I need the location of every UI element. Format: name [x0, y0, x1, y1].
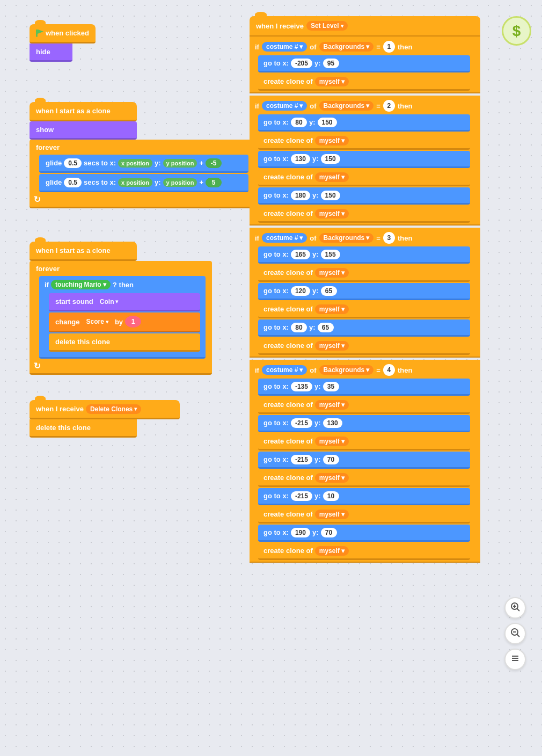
glide-xpos-1[interactable]: x position: [118, 159, 152, 168]
goto-y-label-1-1: y:: [314, 59, 321, 67]
glide-xpos-2[interactable]: x position: [118, 178, 152, 187]
costume-dropdown-1[interactable]: ▾: [299, 43, 303, 50]
costume-pill-1[interactable]: costume # ▾: [262, 42, 307, 52]
goto-block-1-1[interactable]: go to x: -205 y: 95: [258, 55, 470, 72]
show-block[interactable]: show: [30, 121, 137, 140]
equals-1: =: [376, 43, 380, 51]
score-dropdown[interactable]: Score: [82, 317, 113, 326]
receive-label: when I receive: [36, 405, 84, 413]
goto-x-2-3[interactable]: 180: [291, 191, 310, 200]
goto-y-2-2[interactable]: 150: [321, 154, 340, 164]
set-level-label: Set Level: [311, 22, 339, 30]
clone-hat-1[interactable]: when I start as a clone: [30, 102, 137, 121]
glide-block-2[interactable]: glide 0.5 secs to x: x position y: y pos…: [39, 174, 248, 192]
coin-dropdown[interactable]: Coin: [96, 297, 123, 307]
by-label: by: [115, 318, 123, 326]
zoom-in-button[interactable]: [504, 597, 526, 619]
condition-num-3: 3: [383, 232, 395, 244]
touching-pill[interactable]: touching Mario ▾: [51, 280, 111, 289]
glide-op-2: +: [199, 178, 203, 186]
touching-dropdown-arrow: ▾: [103, 281, 106, 288]
glide-ypos-2[interactable]: y position: [163, 178, 197, 187]
glide-val-2[interactable]: 5: [206, 178, 222, 187]
glide-block-1[interactable]: glide 0.5 secs to x: x position y: y pos…: [39, 155, 248, 173]
clone-block-2-3[interactable]: create clone of myself ▾: [258, 206, 470, 223]
delete-clone-block-2[interactable]: delete this clone: [30, 419, 137, 438]
goto-y-2-1[interactable]: 150: [318, 118, 337, 127]
clone-block-1-1[interactable]: create clone of myself ▾: [258, 74, 470, 91]
delete-clones-label: Delete Clones: [90, 405, 133, 413]
forever-block-2[interactable]: forever if touching Mario ▾ ? then: [30, 261, 212, 375]
condition-num-1: 1: [383, 41, 395, 53]
backgrounds-pill-3[interactable]: Backgrounds ▾: [319, 233, 374, 243]
glide-secs-2[interactable]: 0.5: [64, 178, 82, 187]
myself-pill-1-1[interactable]: myself ▾: [315, 77, 349, 86]
if-kw-1: if: [255, 43, 259, 51]
glide-val-1[interactable]: -5: [206, 158, 222, 168]
goto-block-2-3[interactable]: go to x: 180 y: 150: [258, 187, 470, 205]
backgrounds-dropdown-1[interactable]: ▾: [366, 43, 369, 50]
if-header-4: if costume # ▾ of Backgrounds ▾ = 4 then: [250, 361, 480, 379]
costume-pill-2[interactable]: costume # ▾: [262, 101, 307, 111]
glide-ypos-1[interactable]: y position: [163, 159, 197, 168]
backgrounds-pill-1[interactable]: Backgrounds ▾: [319, 42, 374, 52]
receive-hat[interactable]: when I receive Delete Clones: [30, 400, 180, 419]
backgrounds-pill-4[interactable]: Backgrounds ▾: [319, 365, 374, 375]
start-sound-block[interactable]: start sound Coin: [49, 293, 200, 311]
hide-label: hide: [36, 48, 50, 56]
then-kw-2: then: [398, 102, 412, 110]
equals-2: =: [376, 102, 380, 110]
if-header-1: if costume # ▾ of Backgrounds ▾ = 1 then: [250, 38, 480, 55]
forever-block-1[interactable]: forever glide 0.5 secs to x: x position …: [30, 140, 255, 208]
myself-pill-2-3[interactable]: myself ▾: [315, 209, 349, 219]
goto-x-1-1[interactable]: -205: [291, 59, 312, 68]
change-score-block[interactable]: change Score by 1: [49, 312, 200, 332]
zoom-out-icon: [510, 627, 521, 641]
goto-block-2-1[interactable]: go to x: 80 y: 150: [258, 114, 470, 132]
delete-clones-pill[interactable]: Delete Clones: [86, 404, 141, 414]
forever-inner-2: if touching Mario ▾ ? then start sound C…: [39, 276, 212, 359]
mario-dropdown[interactable]: Mario: [84, 281, 101, 288]
if-body-4: go to x: -135 y: 35 create clone of myse…: [258, 379, 480, 560]
glide-secs-text-2: secs to x:: [84, 178, 116, 186]
goto-x-2-2[interactable]: 130: [291, 154, 310, 164]
group1: when clicked hide: [30, 24, 96, 62]
costume-label-1: costume #: [266, 43, 298, 50]
clone-hat-2[interactable]: when I start as a clone: [30, 242, 137, 261]
forever-footer-1: ↺: [30, 192, 255, 207]
glide-op-1: +: [199, 159, 203, 167]
goto-y-1-1[interactable]: 95: [323, 59, 339, 68]
forever-footer-2: ↺: [30, 359, 212, 373]
clone-block-2-1[interactable]: create clone of myself ▾: [258, 133, 470, 150]
hide-block[interactable]: hide: [30, 43, 72, 62]
clone-hat-label: when I start as a clone: [36, 107, 111, 115]
show-label: show: [36, 126, 54, 134]
condition-num-4: 4: [383, 364, 395, 376]
when-clicked-hat[interactable]: when clicked: [30, 24, 96, 43]
change-label: change: [55, 318, 80, 326]
delete-clone-block-1[interactable]: delete this clone: [49, 333, 200, 352]
forever-label-1: forever: [30, 140, 255, 155]
condition-num-2: 2: [383, 100, 395, 112]
costume-pill-4[interactable]: costume # ▾: [262, 365, 307, 375]
if-header: if touching Mario ▾ ? then: [39, 276, 206, 293]
myself-pill-2-1[interactable]: myself ▾: [315, 136, 349, 146]
costume-pill-3[interactable]: costume # ▾: [262, 233, 307, 243]
receive-set-level-hat[interactable]: when I receive Set Level: [250, 16, 480, 37]
backgrounds-pill-2[interactable]: Backgrounds ▾: [319, 101, 374, 111]
goto-y-2-3[interactable]: 150: [321, 191, 340, 200]
set-level-pill[interactable]: Set Level: [306, 21, 348, 31]
goto-x-2-1[interactable]: 80: [291, 118, 307, 127]
clone-block-2-2[interactable]: create clone of myself ▾: [258, 169, 470, 186]
glide-secs-text-1: secs to x:: [84, 159, 116, 167]
if-body-1: go to x: -205 y: 95 create clone of myse…: [258, 55, 480, 91]
question-mark: ?: [113, 281, 117, 289]
myself-pill-2-2[interactable]: myself ▾: [315, 172, 349, 182]
zoom-fit-button[interactable]: [504, 649, 526, 670]
if-touching-block[interactable]: if touching Mario ▾ ? then start sound C…: [39, 276, 206, 359]
glide-secs-1[interactable]: 0.5: [64, 158, 82, 168]
zoom-out-button[interactable]: [504, 623, 526, 644]
backgrounds-label-1: Backgrounds: [324, 43, 365, 50]
score-amount[interactable]: 1: [125, 316, 141, 328]
goto-block-2-2[interactable]: go to x: 130 y: 150: [258, 151, 470, 168]
